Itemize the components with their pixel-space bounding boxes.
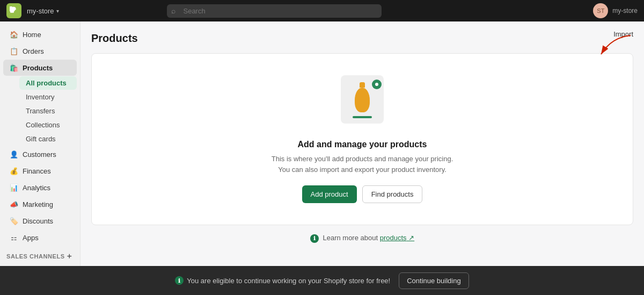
avatar: ST (593, 3, 608, 18)
product-illustration (335, 75, 389, 129)
sidebar-sub-transfers[interactable]: Transfers (19, 104, 77, 118)
search-input[interactable] (167, 4, 382, 18)
add-sales-channel-icon[interactable]: ＋ (65, 251, 74, 261)
sidebar-item-analytics[interactable]: 📊 Analytics (3, 179, 77, 196)
empty-state-description: This is where you'll add products and ma… (272, 154, 453, 175)
main-content: Products Import (80, 21, 644, 266)
continue-building-button[interactable]: Continue building (399, 272, 469, 289)
sidebar: 🏠 Home 📋 Orders 🛍️ Products All products… (0, 21, 80, 266)
banner-text: ℹ You are eligible to continue working o… (175, 276, 390, 285)
bottom-banner: ℹ You are eligible to continue working o… (0, 266, 644, 295)
customers-icon: 👤 (10, 150, 18, 159)
sidebar-item-orders[interactable]: 📋 Orders (3, 43, 77, 59)
sidebar-sub-collections[interactable]: Collections (19, 118, 77, 132)
sidebar-item-home[interactable]: 🏠 Home (3, 26, 77, 42)
account-label: my-store (612, 7, 638, 15)
add-product-button[interactable]: Add product (302, 185, 357, 203)
orders-icon: 📋 (10, 47, 18, 55)
logo-icon (10, 6, 18, 15)
sidebar-item-products[interactable]: 🛍️ Products (3, 60, 77, 76)
topbar-right: ST my-store (593, 3, 638, 18)
learn-more-section: ℹ Learn more about products ↗ (91, 234, 633, 243)
sidebar-item-customers[interactable]: 👤 Customers (3, 146, 77, 162)
sidebar-item-discounts[interactable]: 🏷️ Discounts (3, 213, 77, 229)
page-title: Products (91, 32, 633, 45)
discounts-icon: 🏷️ (10, 217, 18, 225)
products-learn-more-link[interactable]: products ↗ (380, 234, 415, 242)
shopify-logo (6, 3, 21, 18)
search-bar (167, 4, 382, 18)
sidebar-item-marketing[interactable]: 📣 Marketing (3, 196, 77, 212)
sidebar-item-finances[interactable]: 💰 Finances (3, 163, 77, 179)
sidebar-nav: 🏠 Home 📋 Orders 🛍️ Products All products… (0, 21, 80, 266)
home-icon: 🏠 (10, 30, 18, 39)
banner-info-icon: ℹ (175, 276, 184, 285)
find-products-button[interactable]: Find products (362, 185, 423, 203)
import-section: Import (596, 30, 633, 60)
marketing-icon: 📣 (10, 200, 18, 208)
store-name[interactable]: my-store ▾ (27, 7, 59, 15)
topbar: my-store ▾ ST my-store (0, 0, 644, 21)
sidebar-sub-gift-cards[interactable]: Gift cards (19, 132, 77, 146)
products-icon: 🛍️ (10, 63, 18, 72)
analytics-icon: 📊 (10, 183, 18, 192)
arrow-annotation (596, 33, 633, 60)
sidebar-item-apps[interactable]: ⚏ Apps (3, 229, 77, 246)
apps-icon: ⚏ (10, 233, 18, 242)
products-submenu: All products Inventory Transfers Collect… (0, 76, 80, 146)
sales-channels-label: SALES CHANNELS ＋ (0, 246, 80, 263)
sidebar-sub-inventory[interactable]: Inventory (19, 90, 77, 104)
layout: 🏠 Home 📋 Orders 🛍️ Products All products… (0, 21, 644, 266)
page-header: Products Import (91, 32, 633, 45)
info-icon: ℹ (310, 234, 319, 243)
empty-state-card: Add and manage your products This is whe… (91, 53, 633, 225)
empty-state-title: Add and manage your products (298, 140, 427, 149)
sidebar-sub-all-products[interactable]: All products (19, 76, 77, 90)
finances-icon: 💰 (10, 167, 18, 175)
empty-state-actions: Add product Find products (302, 185, 423, 203)
